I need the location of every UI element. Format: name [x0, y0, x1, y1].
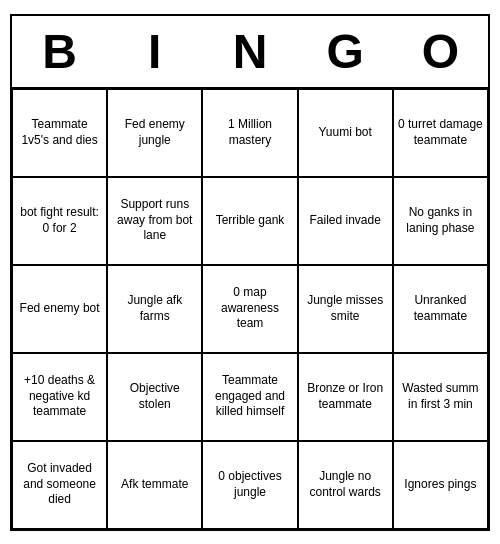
letter-b: B [20, 24, 100, 79]
cell-23[interactable]: Jungle no control wards [298, 441, 393, 529]
cell-2[interactable]: 1 Million mastery [202, 89, 297, 177]
cell-20[interactable]: Got invaded and someone died [12, 441, 107, 529]
cell-16[interactable]: Objective stolen [107, 353, 202, 441]
cell-21[interactable]: Afk temmate [107, 441, 202, 529]
cell-3[interactable]: Yuumi bot [298, 89, 393, 177]
cell-17[interactable]: Teammate engaged and killed himself [202, 353, 297, 441]
cell-22[interactable]: 0 objectives jungle [202, 441, 297, 529]
bingo-title: B I N G O [12, 16, 488, 89]
cell-14[interactable]: Unranked teammate [393, 265, 488, 353]
cell-13[interactable]: Jungle misses smite [298, 265, 393, 353]
cell-10[interactable]: Fed enemy bot [12, 265, 107, 353]
cell-19[interactable]: Wasted summ in first 3 min [393, 353, 488, 441]
cell-15[interactable]: +10 deaths & negative kd teammate [12, 353, 107, 441]
cell-6[interactable]: Support runs away from bot lane [107, 177, 202, 265]
letter-g: G [305, 24, 385, 79]
cell-12-free[interactable]: 0 map awareness team [202, 265, 297, 353]
bingo-card: B I N G O Teammate 1v5's and dies Fed en… [10, 14, 490, 531]
cell-11[interactable]: Jungle afk farms [107, 265, 202, 353]
letter-o: O [400, 24, 480, 79]
cell-0[interactable]: Teammate 1v5's and dies [12, 89, 107, 177]
cell-9[interactable]: No ganks in laning phase [393, 177, 488, 265]
cell-18[interactable]: Bronze or Iron teammate [298, 353, 393, 441]
cell-5[interactable]: bot fight result: 0 for 2 [12, 177, 107, 265]
letter-n: N [210, 24, 290, 79]
bingo-grid: Teammate 1v5's and dies Fed enemy jungle… [12, 89, 488, 529]
cell-24[interactable]: Ignores pings [393, 441, 488, 529]
cell-4[interactable]: 0 turret damage teammate [393, 89, 488, 177]
cell-8[interactable]: Failed invade [298, 177, 393, 265]
cell-1[interactable]: Fed enemy jungle [107, 89, 202, 177]
cell-7[interactable]: Terrible gank [202, 177, 297, 265]
letter-i: I [115, 24, 195, 79]
